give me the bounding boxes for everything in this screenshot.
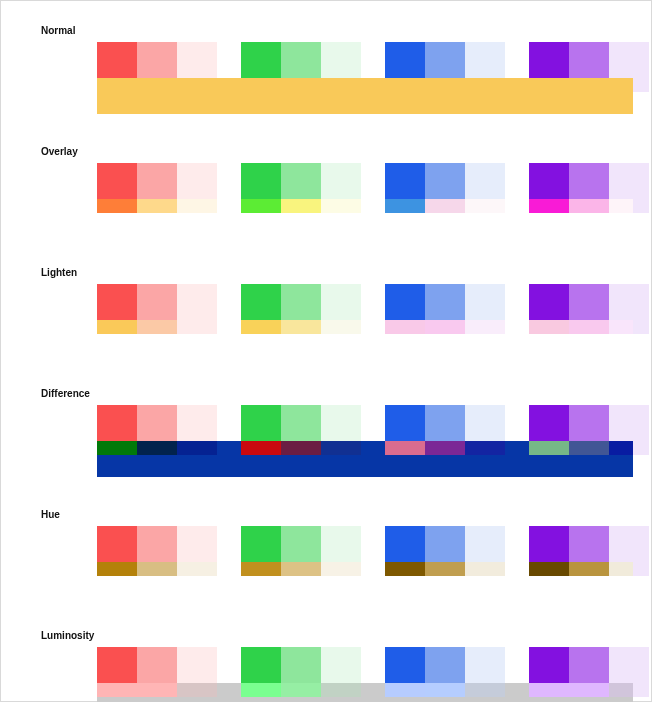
overlay-bar — [97, 78, 633, 114]
overlay-bar — [97, 683, 633, 702]
swatch-row — [41, 163, 633, 235]
blend-section-label: Lighten — [41, 267, 633, 278]
blend-section-difference: Difference — [19, 388, 633, 477]
swatch-row — [41, 647, 633, 702]
blend-section-overlay: Overlay — [19, 146, 633, 235]
blend-section-label: Normal — [41, 25, 633, 36]
blend-section-normal: Normal — [19, 25, 633, 114]
swatch-row — [41, 405, 633, 477]
blend-section-hue: Hue — [19, 509, 633, 598]
swatch-row — [41, 284, 633, 356]
blend-section-luminosity: Luminosity — [19, 630, 633, 702]
overlay-bar — [97, 441, 633, 477]
blend-section-label: Difference — [41, 388, 633, 399]
sections-container: NormalOverlayLightenDifferenceHueLuminos… — [19, 25, 633, 702]
blend-section-label: Overlay — [41, 146, 633, 157]
overlay-bar — [97, 320, 633, 356]
swatch-row — [41, 526, 633, 598]
overlay-bar — [97, 562, 633, 598]
blend-section-lighten: Lighten — [19, 267, 633, 356]
overlay-bar — [97, 199, 633, 235]
blend-section-label: Luminosity — [41, 630, 633, 641]
swatch-row — [41, 42, 633, 114]
demo-frame: NormalOverlayLightenDifferenceHueLuminos… — [0, 0, 652, 702]
blend-section-label: Hue — [41, 509, 633, 520]
